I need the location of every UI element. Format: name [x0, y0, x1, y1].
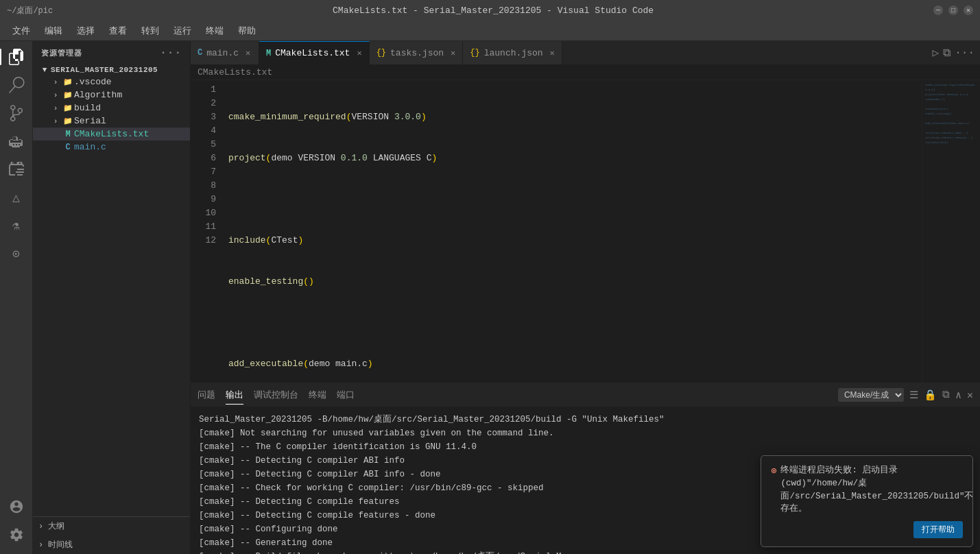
- terminal-content: Serial_Master_20231205 -B/home/hw/桌面/src…: [191, 407, 980, 554]
- panel-expand-icon[interactable]: ∧: [955, 389, 961, 402]
- account-icon[interactable]: [4, 494, 29, 519]
- chevron-right-icon: ›: [38, 522, 43, 531]
- panel-tabs: 问题 输出 调试控制台 终端 端口 CMake/生成 ☰ 🔒 ⧉ ∧ ✕: [191, 383, 980, 407]
- window-controls[interactable]: ─ □ ✕: [933, 5, 973, 15]
- sidebar-header: 资源管理器 ···: [33, 41, 190, 64]
- panel-actions: CMake/生成 ☰ 🔒 ⧉ ∧ ✕: [838, 388, 973, 402]
- minimize-button[interactable]: ─: [933, 5, 943, 15]
- menu-item-终端[interactable]: 终端: [200, 22, 229, 40]
- folder-icon: 📁: [62, 104, 74, 112]
- sidebar: 资源管理器 ··· ▼ SERIAL_MASTER_20231205 › 📁 .…: [33, 41, 191, 554]
- tab-launch-close[interactable]: ✕: [550, 48, 555, 58]
- code-content[interactable]: cmake_minimum_required(VERSION 3.0.0) pr…: [222, 80, 922, 383]
- cmake-icon[interactable]: △: [4, 185, 29, 210]
- error-toast-header: ⊗ 终端进程启动失败: 启动目录(cwd)"/home/hw/桌面/src/Se…: [771, 464, 963, 516]
- chevron-right-icon: ›: [49, 117, 62, 125]
- outline-section[interactable]: › 大纲: [33, 516, 190, 535]
- tab-mainc-close[interactable]: ✕: [246, 48, 250, 58]
- tab-terminal[interactable]: 终端: [309, 386, 326, 404]
- tab-tasks-label: tasks.json: [390, 48, 444, 58]
- code-editor[interactable]: 12345 678910 1112 cmake_minimum_required…: [191, 80, 922, 383]
- chevron-down-icon: ▼: [38, 66, 51, 74]
- tree-item-vscode[interactable]: › 📁 .vscode: [33, 75, 190, 88]
- activity-bar: △ ⚗ ⊙: [0, 41, 33, 554]
- run-debug-icon[interactable]: [4, 129, 29, 154]
- editor-area: C main.c ✕ M CMakeLists.txt ✕ {} tasks.j…: [191, 41, 980, 554]
- source-control-icon[interactable]: [4, 101, 29, 125]
- tree-item-build[interactable]: › 📁 build: [33, 101, 190, 115]
- tree-item-serial[interactable]: › 📁 Serial: [33, 115, 190, 128]
- menu-item-运行[interactable]: 运行: [168, 22, 197, 40]
- tree-item-cmake[interactable]: M CMakeLists.txt: [33, 128, 190, 141]
- chevron-right-icon: ›: [38, 540, 43, 550]
- tree-root[interactable]: ▼ SERIAL_MASTER_20231205: [33, 64, 190, 75]
- minimap: cmake_minimum_required(VERSION 3.0.0) pr…: [922, 80, 980, 383]
- c-tab-icon: C: [198, 48, 202, 58]
- menu-bar: 文件编辑选择查看转到运行终端帮助: [0, 21, 980, 41]
- error-toast: ⊗ 终端进程启动失败: 启动目录(cwd)"/home/hw/桌面/src/Se…: [761, 455, 973, 547]
- menu-item-编辑[interactable]: 编辑: [39, 22, 68, 40]
- code-line-1: cmake_minimum_required(VERSION 3.0.0): [228, 110, 922, 124]
- tab-bar-actions: ▷ ⧉ ···: [933, 46, 980, 60]
- timeline-section[interactable]: › 时间线: [33, 535, 190, 554]
- tab-problems[interactable]: 问题: [198, 386, 215, 404]
- remote-icon[interactable]: ⊙: [4, 241, 29, 266]
- run-icon[interactable]: ▷: [933, 46, 940, 60]
- tree-item-algorithm[interactable]: › 📁 Algorithm: [33, 88, 190, 101]
- output-dropdown[interactable]: CMake/生成: [838, 388, 904, 402]
- sidebar-more-icon[interactable]: ···: [160, 47, 182, 59]
- tab-output[interactable]: 输出: [226, 386, 243, 405]
- split-editor-icon[interactable]: ⧉: [943, 47, 951, 60]
- tab-debug-console[interactable]: 调试控制台: [254, 386, 298, 404]
- title-bar-title: CMakeLists.txt - Serial_Master_20231205 …: [53, 5, 933, 16]
- settings-icon[interactable]: [4, 522, 29, 547]
- panel-lock-icon[interactable]: 🔒: [924, 389, 937, 402]
- folder-icon: 📁: [62, 91, 74, 99]
- code-line-5: enable_testing(): [228, 275, 922, 289]
- json-tab-icon: {}: [377, 48, 386, 58]
- panel-copy-icon[interactable]: ⧉: [942, 389, 950, 401]
- panel-list-icon[interactable]: ☰: [909, 389, 918, 402]
- root-label: SERIAL_MASTER_20231205: [51, 66, 190, 74]
- close-button[interactable]: ✕: [964, 5, 973, 15]
- title-bar: ~/桌面/pic CMakeLists.txt - Serial_Master_…: [0, 0, 980, 21]
- tab-mainc[interactable]: C main.c ✕: [191, 41, 259, 65]
- tree-item-mainc[interactable]: C main.c: [33, 141, 190, 154]
- maximize-button[interactable]: □: [948, 5, 958, 15]
- menu-item-查看[interactable]: 查看: [104, 22, 132, 40]
- c-file-icon: C: [62, 143, 74, 152]
- panel-close-icon[interactable]: ✕: [967, 389, 973, 402]
- cmake-file-icon: M: [62, 130, 74, 139]
- error-icon: ⊗: [771, 464, 776, 478]
- more-actions-icon[interactable]: ···: [955, 47, 975, 59]
- menu-item-转到[interactable]: 转到: [136, 22, 165, 40]
- terminal-line: [cmake] -- The C compiler identification…: [199, 440, 972, 454]
- code-line-2: project(demo VERSION 0.1.0 LANGUAGES C): [228, 152, 922, 165]
- menu-item-选择[interactable]: 选择: [71, 22, 100, 40]
- line-numbers: 12345 678910 1112: [191, 80, 222, 383]
- chevron-right-icon: ›: [49, 104, 62, 112]
- terminal-line: [cmake] -- Build files have been written…: [199, 550, 972, 554]
- tab-launch[interactable]: {} launch.json ✕: [463, 41, 562, 65]
- search-icon[interactable]: [4, 73, 29, 97]
- tab-cmake-label: CMakeLists.txt: [275, 48, 350, 58]
- breadcrumb: CMakeLists.txt: [191, 65, 980, 80]
- tab-tasks[interactable]: {} tasks.json ✕: [370, 41, 464, 65]
- test-icon[interactable]: ⚗: [4, 213, 29, 238]
- json2-tab-icon: {}: [470, 48, 479, 58]
- tab-tasks-close[interactable]: ✕: [451, 48, 455, 58]
- terminal-line: Serial_Master_20231205 -B/home/hw/桌面/src…: [199, 413, 972, 426]
- tab-cmake-close[interactable]: ✕: [357, 48, 361, 58]
- code-line-7: add_executable(demo main.c): [228, 357, 922, 371]
- cmake-tab-icon: M: [266, 49, 271, 58]
- extensions-icon[interactable]: [4, 157, 29, 182]
- tab-cmake[interactable]: M CMakeLists.txt ✕: [259, 41, 370, 65]
- tab-ports[interactable]: 端口: [337, 386, 355, 404]
- tab-mainc-label: main.c: [206, 48, 239, 58]
- main-layout: △ ⚗ ⊙ 资源管理器 ··· ▼ SERIAL_MASTER_20231205: [0, 41, 980, 554]
- menu-item-帮助[interactable]: 帮助: [232, 22, 261, 40]
- code-panel: 12345 678910 1112 cmake_minimum_required…: [191, 80, 980, 383]
- menu-item-文件[interactable]: 文件: [7, 22, 36, 40]
- explorer-icon[interactable]: [4, 45, 29, 69]
- open-help-button[interactable]: 打开帮助: [913, 521, 963, 538]
